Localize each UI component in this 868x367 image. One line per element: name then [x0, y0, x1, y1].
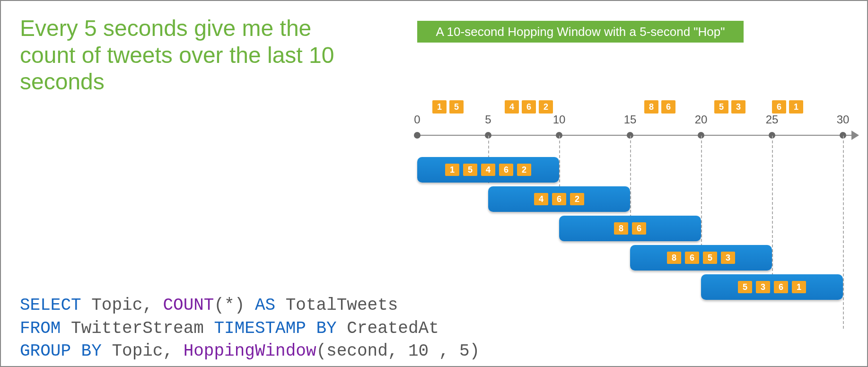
window-chip: 8 — [614, 222, 628, 235]
window-chip: 6 — [552, 193, 566, 205]
banner: A 10-second Hopping Window with a 5-seco… — [417, 21, 744, 43]
sql-keyword-from: FROM — [20, 319, 61, 338]
window-chip: 4 — [481, 164, 495, 176]
guide-line — [843, 136, 844, 329]
sql-text: (*) — [214, 296, 254, 315]
sql-keyword-groupby: GROUP BY — [20, 341, 102, 361]
window-chip: 2 — [517, 164, 531, 176]
window-box: 1 5 4 6 2 — [417, 157, 559, 183]
window-chip: 1 — [792, 281, 806, 293]
sql-text: TotalTweets — [275, 296, 398, 315]
sql-text: CreatedAt — [337, 319, 439, 338]
event-chip: 1 — [789, 100, 803, 114]
event-group: 53 — [714, 100, 745, 114]
window-chip: 4 — [534, 193, 548, 205]
sql-keyword-hoppingwindow: HoppingWindow — [184, 341, 316, 361]
event-group: 86 — [644, 100, 675, 114]
event-chip: 1 — [432, 100, 447, 114]
event-chip: 6 — [522, 100, 536, 114]
sql-text: (second, 10 , 5) — [316, 341, 480, 361]
event-chip: 3 — [731, 100, 745, 114]
sql-text: Topic, — [81, 296, 163, 315]
window-box: 8 6 — [559, 216, 701, 241]
tick-label: 15 — [624, 113, 637, 126]
heading: Every 5 seconds give me the count of twe… — [20, 15, 360, 96]
sql-keyword-select: SELECT — [20, 296, 81, 315]
window-chip: 5 — [738, 281, 752, 293]
event-chip: 4 — [505, 100, 519, 114]
tick-dot — [414, 132, 421, 139]
tick-label: 30 — [837, 113, 850, 126]
event-chip: 5 — [449, 100, 464, 114]
window-chip: 6 — [774, 281, 788, 293]
tick-label: 5 — [485, 113, 491, 126]
slide: Every 5 seconds give me the count of twe… — [0, 0, 868, 367]
tick-label: 20 — [695, 113, 708, 126]
window-chip: 3 — [756, 281, 770, 293]
event-group: 462 — [505, 100, 553, 114]
window-box: 4 6 2 — [488, 186, 630, 212]
tick-label: 25 — [766, 113, 779, 126]
axis-line — [417, 135, 852, 136]
event-chip: 6 — [772, 100, 786, 114]
window-chip: 2 — [570, 193, 584, 205]
sql-code: SELECT Topic, COUNT(*) AS TotalTweets FR… — [20, 294, 480, 363]
event-group: 61 — [772, 100, 803, 114]
tick-label: 0 — [414, 113, 420, 126]
event-chip: 5 — [714, 100, 728, 114]
sql-keyword-as: AS — [255, 296, 275, 315]
event-chip: 6 — [661, 100, 675, 114]
window-chip: 5 — [703, 252, 717, 264]
event-group: 15 — [432, 100, 464, 114]
sql-text: Topic, — [102, 341, 184, 361]
window-chip: 8 — [667, 252, 681, 264]
event-chip: 2 — [539, 100, 553, 114]
window-chip: 6 — [632, 222, 646, 235]
window-chip: 5 — [463, 164, 477, 176]
tick-label: 10 — [553, 113, 566, 126]
event-chip: 8 — [644, 100, 658, 114]
window-chip: 6 — [685, 252, 699, 264]
sql-text: TwitterStream — [61, 319, 214, 338]
sql-keyword-timestampby: TIMESTAMP BY — [214, 319, 336, 338]
window-box: 8 6 5 3 — [630, 245, 772, 271]
time-axis: 0 5 10 15 20 25 30 Time (secs) — [417, 130, 852, 149]
window-chip: 3 — [721, 252, 735, 264]
sql-keyword-count: COUNT — [163, 296, 214, 315]
window-box: 5 3 6 1 — [701, 274, 843, 300]
window-chip: 6 — [499, 164, 513, 176]
axis-arrow-icon — [851, 131, 859, 140]
window-chip: 1 — [445, 164, 459, 176]
